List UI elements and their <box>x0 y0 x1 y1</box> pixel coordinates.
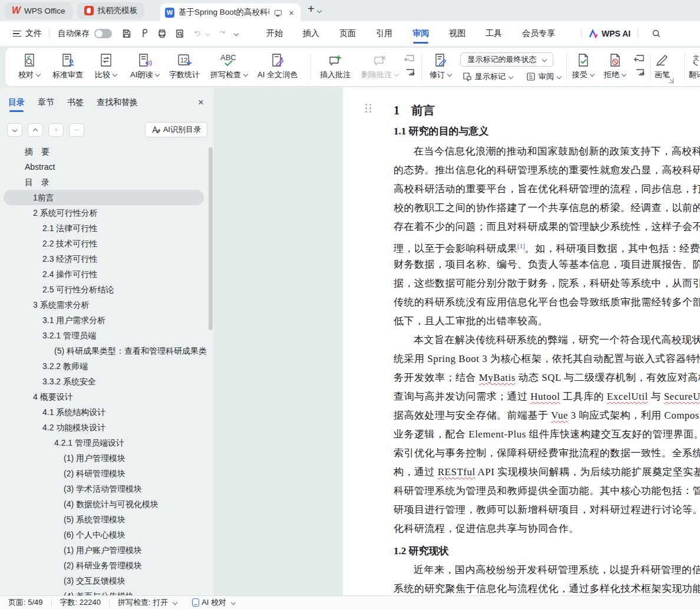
word-count-indicator[interactable]: 字数: 22240 <box>60 597 101 608</box>
toc-item[interactable]: (5) 科研成果类型：查看和管理科研成果类 ... <box>0 343 207 358</box>
spell-check-button[interactable]: ABC 拼写检查 <box>210 51 247 80</box>
doc-line[interactable]: 的态势。推出信息化的科研管理系统的重要性就愈发凸显，高校科研管理系 <box>394 161 700 180</box>
toc-item[interactable]: (4) 数据统计与可视化模块 <box>0 496 207 512</box>
toc-item[interactable]: (4) 首页与公告模块 <box>0 588 207 595</box>
save-button[interactable] <box>118 28 136 39</box>
ink-pen-button[interactable]: 画笔 <box>655 51 670 80</box>
ai-recognize-toc-button[interactable]: AI识别目录 <box>145 122 207 137</box>
page-indicator[interactable]: 页面: 5/49 <box>8 597 43 608</box>
ribbon-tab-3[interactable]: 引用 <box>375 25 394 42</box>
toc-item[interactable]: 4.2.1 管理员端设计 <box>0 435 207 450</box>
spell-check-status[interactable]: 拼写检查: 打开 <box>118 597 177 608</box>
previous-change-icon[interactable] <box>633 54 645 63</box>
standard-review-button[interactable]: 标准审查 <box>52 51 83 80</box>
search-icon[interactable] <box>648 28 665 39</box>
ai-polish-button[interactable]: AI 全文润色 <box>257 51 298 80</box>
toc-item[interactable]: 4.1 系统结构设计 <box>0 404 207 420</box>
word-count-button[interactable]: 12 字数统计 <box>169 51 200 80</box>
toc-item[interactable]: 目 录 <box>0 175 207 190</box>
doc-line[interactable]: 传统的科研系统没有应用信息化平台也会导致纸质审批需经转多个部分，人 <box>394 293 700 312</box>
toc-item[interactable]: 3.3.2 系统安全 <box>0 374 207 389</box>
tab-wps-office[interactable]: W WPS Office <box>5 2 72 19</box>
wps-ai-button[interactable]: WPS AI <box>589 29 630 38</box>
toc-item[interactable]: (5) 系统管理模块 <box>0 512 207 527</box>
toc-item[interactable]: (3) 交互反馈模块 <box>0 573 207 588</box>
doc-line[interactable]: 本文旨在解决传统科研系统的弊端，研究一个符合现代高校现状的科研 <box>394 331 700 350</box>
toc-item[interactable]: 2.2 技术可行性 <box>0 236 207 251</box>
doc-line[interactable]: 务开发效率；结合 MyBatis 动态 SQL 与二级缓存机制，有效应对高校科研 <box>394 368 700 387</box>
toc-item[interactable]: 4 概要设计 <box>0 389 207 404</box>
toc-item[interactable]: (6) 个人中心模块 <box>0 527 207 542</box>
toc-item[interactable]: (2) 科研管理模块 <box>0 466 207 481</box>
accept-button[interactable]: 接受 <box>572 51 594 80</box>
toc-item[interactable]: 2.4 操作可行性 <box>0 266 207 282</box>
doc-line[interactable]: 业务逻辑，配合 Element-Plus 组件库快速构建交互友好的管理界面。My… <box>394 425 700 444</box>
doc-line[interactable]: 研项目进行管理，教师可以新增科研项目，对科研过程进行讨论等。通过本 <box>394 501 700 519</box>
reject-button[interactable]: 拒绝 <box>604 51 626 80</box>
doc-line[interactable]: 据，这些数据可能分别分散于财务，院系，科研处等系统中，从而引起数据 <box>394 274 700 293</box>
previous-comment-icon[interactable] <box>404 54 415 63</box>
sidebar-close-icon[interactable]: × <box>196 97 206 114</box>
toc-item[interactable]: 1前言 <box>4 190 204 205</box>
doc-line[interactable]: 高校科研活动的重要平台，旨在优化科研管理的流程，同步信息，打破信息 <box>394 180 700 199</box>
restrict-edit-button[interactable]: 限 <box>694 51 700 80</box>
compare-button[interactable]: 比较 <box>95 51 117 80</box>
ribbon-tab-2[interactable]: 页面 <box>338 25 357 42</box>
new-tab-button[interactable]: + <box>308 2 315 16</box>
insert-comment-button[interactable]: 插入批注 <box>320 51 351 80</box>
sidebar-tab-0[interactable]: 目录 <box>8 97 25 113</box>
sidebar-scrollbar[interactable] <box>209 147 213 330</box>
print-button[interactable] <box>153 28 171 39</box>
autosave-toggle[interactable] <box>94 29 112 38</box>
next-comment-icon[interactable] <box>404 68 415 77</box>
delete-comment-button[interactable]: 删除批注 <box>361 51 398 80</box>
undo-chevron-icon[interactable] <box>206 31 210 36</box>
ribbon-tab-5[interactable]: 视图 <box>448 25 467 42</box>
doc-line[interactable]: 查询与高并发访问需求；通过 Hutool 工具库的 ExcelUtil 与 Se… <box>394 387 700 406</box>
toc-item[interactable]: Abstract <box>0 159 207 175</box>
toc-item[interactable]: 3.2.2 教师端 <box>0 358 207 374</box>
proofread-button[interactable]: 校对 <box>18 51 40 80</box>
toc-item[interactable]: 3.1 用户需求分析 <box>0 312 207 328</box>
toc-item[interactable]: 摘 要 <box>0 144 207 159</box>
file-menu[interactable]: 文件 <box>25 28 42 39</box>
sidebar-tab-2[interactable]: 书签 <box>67 97 84 113</box>
ribbon-tab-1[interactable]: 插入 <box>302 25 321 42</box>
toc-collapse-all-button[interactable] <box>28 123 43 137</box>
doc-line[interactable]: 据高效处理与安全存储。前端基于 Vue 3 响应式架构，利用 Compositi… <box>394 406 700 425</box>
doc-heading[interactable]: 1.1 研究的目的与意义 <box>394 124 700 139</box>
toc-zoom-out-button[interactable]: − <box>69 123 84 137</box>
doc-heading[interactable]: 1 前言 <box>394 103 700 118</box>
quick-access-chevron-icon[interactable] <box>234 31 239 36</box>
ribbon-tab-6[interactable]: 工具 <box>484 25 503 42</box>
doc-line[interactable]: 索引优化与事务控制，保障科研经费审批流程的数据一致性。全系统采用前 <box>394 444 700 463</box>
next-change-icon[interactable] <box>633 68 645 77</box>
sidebar-tab-3[interactable]: 查找和替换 <box>97 97 138 113</box>
markup-state-select[interactable]: 显示标记的最终状态 <box>460 52 553 67</box>
toc-zoom-in-button[interactable]: ＋ <box>48 123 64 137</box>
track-changes-button[interactable]: 修订 <box>430 51 451 80</box>
redo-button[interactable] <box>213 28 231 39</box>
ai-proof-status[interactable]: AI 校对 <box>192 597 235 608</box>
doc-line[interactable]: 科研管理系统为管理员和教师提供全面功能。其中核心功能包括：管理员可 <box>394 482 700 501</box>
doc-heading[interactable]: 1.2 研究现状 <box>394 542 700 561</box>
toc-item[interactable]: (2) 科研业务管理模块 <box>0 558 207 573</box>
toc-item[interactable]: 3 系统需求分析 <box>0 297 207 312</box>
toc-item[interactable]: (3) 学术活动管理模块 <box>0 481 207 496</box>
doc-line[interactable]: 理，以至于会影响科研成果[1]。如，科研项目数据，其中包括：经费预算、 <box>394 236 700 255</box>
sidebar-tab-1[interactable]: 章节 <box>38 97 54 113</box>
ribbon-tab-7[interactable]: 会员专享 <box>521 25 556 42</box>
export-pdf-button[interactable] <box>136 28 153 39</box>
tab-current-document[interactable]: W 基于Spring Boot的高校科研 × <box>160 4 301 21</box>
review-pane-button[interactable]: 审阅 <box>526 71 561 82</box>
ribbon-tab-0[interactable]: 开始 <box>265 25 284 42</box>
document-page[interactable]: 1 前言1.1 研究的目的与意义在当今信息化浪潮的推动和国家鼓励创新的政策支持下… <box>343 87 700 595</box>
doc-line[interactable]: 财务数据，项目名称、编号、负责人等基本信息，项目进展报告、阶段性成 <box>394 255 700 274</box>
doc-line[interactable]: 构，通过 RESTful API 实现模块间解耦，为后续功能扩展奠定坚实基础。因 <box>394 463 700 482</box>
toc-item[interactable]: (1) 用户账户管理模块 <box>0 542 207 558</box>
ai-read-aloud-button[interactable]: AI朗读 <box>130 51 159 80</box>
toc-item[interactable]: 2 系统可行性分析 <box>0 205 207 220</box>
doc-line[interactable]: 存在着不少的问题；而且对科研成果的管理缺少系统性，这样子会不利于科 <box>394 218 700 236</box>
doc-line[interactable]: 校的教职工之间的协作搭建了一个共享信息的桥梁。经调查，以前的科研管 <box>394 199 700 218</box>
toc-expand-all-button[interactable] <box>7 123 22 137</box>
